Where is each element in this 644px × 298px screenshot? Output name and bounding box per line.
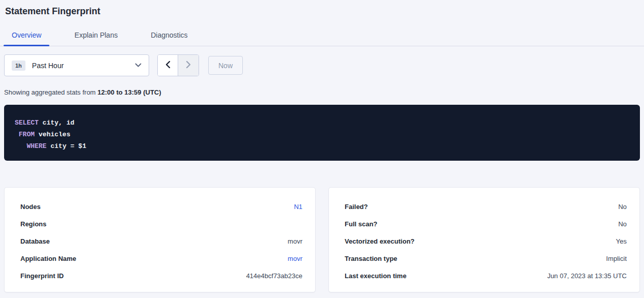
- card-row: Full scan?No: [345, 215, 627, 232]
- sql-keyword: SELECT: [15, 119, 39, 127]
- time-range-label: Past Hour: [32, 62, 64, 70]
- row-label: Fingerprint ID: [20, 272, 64, 280]
- summary-card: Failed?NoFull scan?NoVectorized executio…: [328, 187, 640, 292]
- tabs: OverviewExplain PlansDiagnostics: [0, 25, 644, 46]
- row-value: 414e4bcf73ab23ce: [246, 272, 302, 280]
- summary-cards: NodesN1RegionsDatabasemovrApplication Na…: [4, 187, 640, 292]
- tab-explain-plans[interactable]: Explain Plans: [66, 25, 126, 46]
- row-value-link[interactable]: movr: [288, 255, 302, 262]
- row-label: Regions: [20, 220, 46, 228]
- card-row: Databasemovr: [20, 232, 302, 250]
- row-value: Jun 07, 2023 at 13:35 UTC: [547, 272, 627, 280]
- card-row: Vectorized execution?Yes: [345, 232, 627, 250]
- tab-overview[interactable]: Overview: [4, 25, 49, 46]
- sql-line: FROM vehicles: [15, 129, 629, 140]
- time-controls: 1h Past Hour Now: [0, 54, 644, 76]
- summary-card: NodesN1RegionsDatabasemovrApplication Na…: [4, 187, 316, 292]
- sql-code: SELECT city, id FROM vehicles WHERE city…: [15, 117, 629, 152]
- row-label: Vectorized execution?: [345, 237, 414, 245]
- sql-keyword: FROM: [15, 131, 35, 138]
- row-value: No: [618, 203, 627, 211]
- now-button[interactable]: Now: [208, 56, 243, 75]
- row-value: Implicit: [606, 255, 627, 262]
- chevron-right-icon: [186, 61, 191, 70]
- chevron-left-icon: [165, 61, 171, 70]
- sql-text: city, id: [39, 119, 74, 127]
- sql-line: SELECT city, id: [15, 117, 629, 129]
- row-value: movr: [288, 237, 302, 245]
- row-value: No: [618, 220, 627, 228]
- row-label: Full scan?: [345, 220, 377, 228]
- card-row: Last execution timeJun 07, 2023 at 13:35…: [345, 267, 627, 284]
- sql-text: city = $1: [46, 142, 86, 150]
- card-row: Fingerprint ID414e4bcf73ab23ce: [20, 267, 302, 284]
- card-row: Transaction typeImplicit: [345, 250, 627, 267]
- row-value: Yes: [616, 237, 627, 245]
- time-range-badge: 1h: [12, 61, 25, 71]
- stats-range: 12:00 to 13:59 (UTC): [98, 88, 161, 96]
- row-label: Transaction type: [345, 255, 397, 262]
- chevron-down-icon: [135, 63, 142, 68]
- card-row: Regions: [20, 215, 302, 232]
- tab-diagnostics[interactable]: Diagnostics: [143, 25, 195, 46]
- aggregated-stats-text: Showing aggregated stats from 12:00 to 1…: [0, 88, 644, 96]
- time-range-dropdown[interactable]: 1h Past Hour: [4, 54, 149, 76]
- row-label: Nodes: [20, 203, 41, 211]
- row-label: Last execution time: [345, 272, 406, 280]
- card-row: NodesN1: [20, 198, 302, 215]
- row-value-link[interactable]: N1: [294, 203, 302, 211]
- prev-interval-button[interactable]: [158, 55, 178, 76]
- statement-fingerprint-page: Statement Fingerprint OverviewExplain Pl…: [0, 0, 644, 298]
- sql-keyword: WHERE: [15, 142, 46, 150]
- sql-line: WHERE city = $1: [15, 140, 629, 152]
- next-interval-button[interactable]: [178, 55, 199, 76]
- card-row: Application Namemovr: [20, 250, 302, 267]
- sql-text: vehicles: [35, 131, 70, 138]
- row-label: Application Name: [20, 255, 76, 262]
- time-step-buttons: [157, 54, 199, 76]
- card-row: Failed?No: [345, 198, 627, 215]
- row-label: Database: [20, 237, 50, 245]
- row-label: Failed?: [345, 203, 368, 211]
- stats-prefix: Showing aggregated stats from: [4, 88, 98, 96]
- page-title: Statement Fingerprint: [0, 0, 644, 17]
- sql-statement-box: SELECT city, id FROM vehicles WHERE city…: [4, 105, 640, 161]
